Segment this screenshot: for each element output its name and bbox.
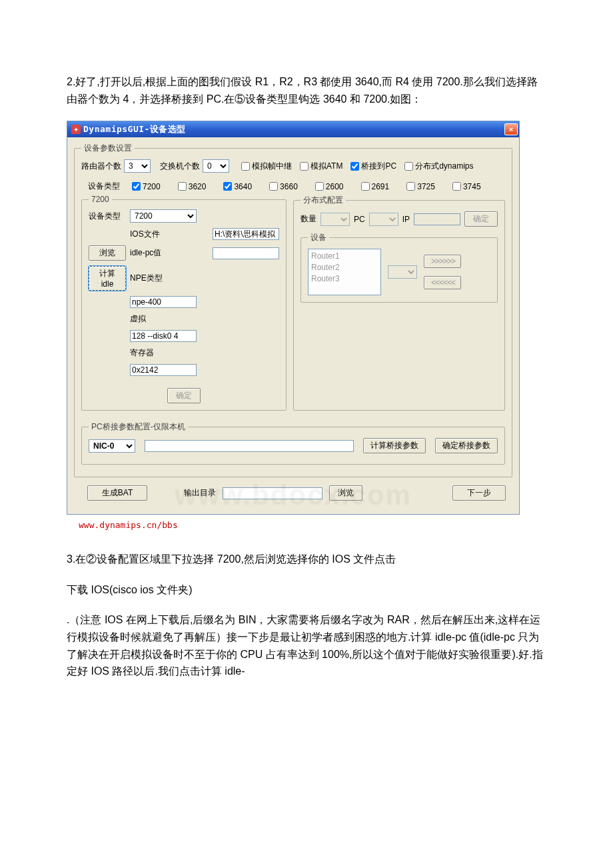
titlebar: ✦ DynamipsGUI-设备选型 ×	[67, 121, 519, 137]
dist-pc-select[interactable]	[369, 213, 398, 226]
device-mid-select[interactable]	[388, 265, 417, 279]
footer-link[interactable]: www.dynamips.cn/bbs	[79, 520, 178, 530]
devtype-field-label: 设备类型	[89, 211, 126, 222]
group-7200: 7200 设备类型 7200 IOS文件 浏览 idle-pc值	[81, 195, 287, 411]
chk-distributed[interactable]: 分布式dynamips	[404, 161, 473, 172]
reg-label: 寄存器	[130, 347, 209, 359]
cfg-ok-button[interactable]: 确定	[167, 388, 201, 403]
gen-bat-button[interactable]: 生成BAT	[87, 485, 147, 501]
paragraph-2: 2.好了,打开以后,根据上面的图我们假设 R1，R2，R3 都使用 3640,而…	[67, 73, 546, 107]
move-right-button[interactable]: >>>>>>	[424, 255, 461, 268]
group-distributed: 分布式配置 数量 PC IP 确定 设备	[293, 195, 505, 411]
device-source-list[interactable]: Router1 Router2 Router3	[308, 249, 381, 295]
browse-ios-button[interactable]: 浏览	[89, 245, 126, 261]
virt-label: 虚拟	[130, 313, 209, 325]
window-title: DynamipsGUI-设备选型	[83, 123, 186, 135]
chk-3660[interactable]: 3660	[269, 182, 298, 191]
dist-ip-label: IP	[402, 215, 410, 224]
group-devices: 设备 Router1 Router2 Router3 >>>>>>	[301, 232, 498, 303]
chk-bridge-pc-label: 桥接到PC	[361, 161, 396, 172]
nic-select[interactable]: NIC-0	[89, 439, 135, 453]
output-dir-input[interactable]	[223, 487, 322, 499]
ios-file-input[interactable]	[213, 228, 279, 240]
params-group: 设备参数设置 路由器个数 3 交换机个数 0 模拟帧中继	[74, 143, 512, 477]
params-legend: 设备参数设置	[81, 143, 135, 154]
chk-3745[interactable]: 3745	[452, 182, 481, 191]
next-button[interactable]: 下一步	[452, 485, 506, 501]
list-item[interactable]: Router2	[311, 262, 378, 273]
output-browse-button[interactable]: 浏览	[329, 485, 362, 501]
switch-count-select[interactable]: 0	[203, 159, 229, 173]
output-dir-label: 输出目录	[184, 487, 216, 499]
ok-bridge-button[interactable]: 确定桥接参数	[435, 438, 498, 453]
paragraph-download: 下载 IOS(cisco ios 文件夹)	[67, 581, 546, 599]
chk-3725[interactable]: 3725	[406, 182, 435, 191]
npe-input[interactable]	[130, 296, 197, 308]
chk-atm[interactable]: 模拟ATM	[300, 161, 342, 172]
dist-ip-input[interactable]	[414, 213, 460, 225]
bridge-param-input[interactable]	[145, 440, 354, 452]
chk-7200[interactable]: 7200	[132, 182, 161, 191]
list-item[interactable]: Router1	[311, 251, 378, 262]
virt-input[interactable]	[130, 330, 197, 342]
group-bridge-legend: PC桥接参数配置-仅限本机	[89, 421, 188, 433]
paragraph-note: .（注意 IOS 在网上下载后,后缀名为 BIN，大家需要将后缀名字改为 RAR…	[67, 611, 546, 679]
npe-label: NPE类型	[130, 273, 209, 284]
paragraph-3: 3.在②设备配置区域里下拉选择 7200,然后浏览选择你的 IOS 文件点击	[67, 551, 546, 568]
router-count-select[interactable]: 3	[124, 159, 151, 173]
dist-pc-label: PC	[354, 215, 365, 224]
dist-ok-button[interactable]: 确定	[464, 211, 498, 227]
chk-frame-relay-label: 模拟帧中继	[252, 161, 292, 172]
app-window: ✦ DynamipsGUI-设备选型 × 设备参数设置 路由器个数 3 交换机个…	[67, 121, 520, 515]
move-left-button[interactable]: <<<<<<	[424, 276, 461, 289]
chk-distributed-label: 分布式dynamips	[415, 161, 473, 172]
close-icon[interactable]: ×	[504, 123, 518, 135]
chk-3640[interactable]: 3640	[223, 182, 252, 191]
idle-pc-label: idle-pc值	[130, 247, 209, 259]
chk-atm-label: 模拟ATM	[310, 161, 342, 172]
list-item[interactable]: Router3	[311, 273, 378, 285]
group-bridge: PC桥接参数配置-仅限本机 NIC-0 计算桥接参数 确定桥接参数	[81, 421, 505, 465]
dist-qty-select[interactable]	[320, 213, 350, 226]
router-count-label: 路由器个数	[81, 161, 121, 172]
dist-qty-label: 数量	[301, 213, 316, 225]
devtype-select[interactable]: 7200	[130, 209, 197, 223]
chk-3620[interactable]: 3620	[178, 182, 207, 191]
app-icon: ✦	[71, 125, 81, 134]
calc-bridge-button[interactable]: 计算桥接参数	[363, 438, 426, 453]
ios-file-label: IOS文件	[130, 229, 209, 240]
switch-count-label: 交换机个数	[160, 161, 200, 172]
calc-idle-button[interactable]: 计算idle	[89, 266, 126, 291]
group-devices-legend: 设备	[308, 232, 329, 243]
reg-input[interactable]	[130, 364, 197, 376]
chk-frame-relay[interactable]: 模拟帧中继	[241, 161, 292, 172]
group-7200-legend: 7200	[89, 195, 112, 204]
chk-2691[interactable]: 2691	[361, 182, 390, 191]
chk-bridge-pc[interactable]: 桥接到PC	[350, 161, 396, 172]
idle-pc-input[interactable]	[213, 247, 279, 259]
devtype-label: 设备类型	[88, 181, 120, 192]
chk-2600[interactable]: 2600	[315, 182, 344, 191]
group-distributed-legend: 分布式配置	[301, 195, 346, 206]
